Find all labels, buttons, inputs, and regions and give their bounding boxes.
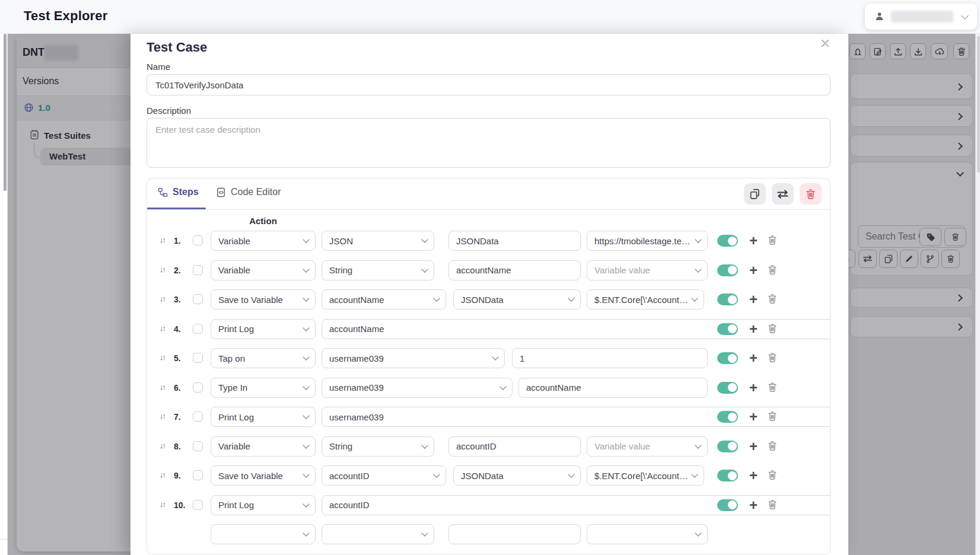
description-textarea[interactable] bbox=[147, 118, 831, 168]
action-select[interactable]: Print Log bbox=[211, 319, 316, 339]
action-select[interactable]: Print Log bbox=[211, 495, 316, 515]
step-enabled-toggle[interactable] bbox=[717, 264, 738, 276]
step-checkbox[interactable] bbox=[193, 324, 203, 334]
delete-steps-button[interactable] bbox=[800, 183, 822, 205]
step-checkbox[interactable] bbox=[193, 265, 203, 275]
step-checkbox[interactable] bbox=[193, 382, 203, 393]
variable-select[interactable]: accountID bbox=[322, 465, 446, 486]
drag-handle-icon[interactable]: ↓↑ bbox=[160, 265, 165, 274]
action-select[interactable]: Save to Variable bbox=[211, 289, 316, 310]
delete-step-icon[interactable] bbox=[768, 499, 777, 510]
step-checkbox[interactable] bbox=[193, 235, 203, 245]
drag-handle-icon[interactable]: ↓↑ bbox=[160, 412, 165, 420]
action-select[interactable]: Variable bbox=[211, 260, 316, 280]
drag-handle-icon[interactable]: ↓↑ bbox=[160, 441, 165, 450]
step-checkbox[interactable] bbox=[193, 353, 203, 363]
step-enabled-toggle[interactable] bbox=[717, 441, 738, 452]
swap-steps-button[interactable] bbox=[772, 183, 794, 205]
name-input[interactable] bbox=[147, 74, 831, 95]
user-icon bbox=[874, 11, 884, 21]
step-enabled-toggle[interactable] bbox=[717, 470, 738, 481]
step-checkbox[interactable] bbox=[193, 441, 203, 451]
variable-select[interactable]: accountName bbox=[322, 289, 446, 310]
delete-step-icon[interactable] bbox=[768, 294, 777, 304]
right-scrollbar[interactable] bbox=[975, 34, 980, 555]
variable-name-input[interactable]: JSONData bbox=[448, 231, 581, 251]
step-checkbox[interactable] bbox=[193, 500, 203, 510]
element-select[interactable]: username039 bbox=[322, 348, 505, 368]
step-row: ↓↑ 7. Print Log username039 + bbox=[147, 407, 830, 427]
variable-name-input[interactable]: accountID bbox=[448, 436, 581, 457]
delete-step-icon[interactable] bbox=[768, 441, 777, 451]
scrollbar-thumb[interactable] bbox=[4, 34, 7, 191]
step-enabled-toggle[interactable] bbox=[717, 411, 738, 423]
step-enabled-toggle[interactable] bbox=[717, 235, 738, 247]
add-step-icon[interactable]: + bbox=[746, 320, 761, 339]
value-select[interactable] bbox=[587, 524, 708, 544]
tab-code-editor[interactable]: Code Editor bbox=[216, 187, 281, 197]
variable-name-input[interactable]: accountName bbox=[448, 260, 581, 280]
action-select[interactable]: Tap on bbox=[211, 348, 316, 368]
type-select[interactable]: String bbox=[322, 436, 434, 457]
step-enabled-toggle[interactable] bbox=[717, 294, 738, 305]
variable-name-input[interactable] bbox=[448, 524, 581, 544]
tab-steps[interactable]: Steps bbox=[158, 187, 199, 197]
copy-steps-button[interactable] bbox=[744, 183, 766, 205]
drag-handle-icon[interactable]: ↓↑ bbox=[160, 353, 165, 362]
drag-handle-icon[interactable]: ↓↑ bbox=[160, 470, 165, 479]
type-select[interactable]: JSON bbox=[322, 231, 434, 251]
add-step-icon[interactable]: + bbox=[746, 290, 761, 309]
add-step-icon[interactable]: + bbox=[746, 349, 761, 368]
delete-step-icon[interactable] bbox=[768, 470, 777, 480]
source-select[interactable]: JSONData bbox=[453, 465, 581, 486]
action-select[interactable]: Variable bbox=[211, 436, 316, 457]
step-enabled-toggle[interactable] bbox=[717, 323, 738, 335]
action-select[interactable]: Print Log bbox=[211, 407, 316, 427]
step-enabled-toggle[interactable] bbox=[717, 499, 738, 511]
user-menu[interactable] bbox=[865, 4, 977, 30]
step-checkbox[interactable] bbox=[193, 470, 203, 480]
drag-handle-icon[interactable]: ↓↑ bbox=[160, 294, 165, 303]
value-select[interactable]: Variable value bbox=[587, 260, 708, 280]
action-select[interactable]: Type In bbox=[211, 378, 316, 398]
jsonpath-select[interactable]: $.ENT.Core[\'Account Na... bbox=[587, 289, 704, 310]
add-step-icon[interactable]: + bbox=[746, 261, 761, 280]
scrollbar-thumb[interactable] bbox=[977, 36, 980, 173]
add-step-icon[interactable]: + bbox=[746, 231, 761, 250]
step-checkbox[interactable] bbox=[193, 294, 203, 304]
jsonpath-select[interactable]: $.ENT.Core[\'Account ID\'] bbox=[587, 465, 704, 486]
type-select[interactable]: String bbox=[322, 260, 434, 280]
value-select[interactable]: https://tmobilestage.test... bbox=[587, 231, 708, 251]
add-step-icon[interactable]: + bbox=[746, 407, 761, 426]
add-step-icon[interactable]: + bbox=[746, 466, 761, 485]
value-input[interactable]: accountName bbox=[518, 378, 708, 398]
element-select[interactable]: username039 bbox=[322, 378, 513, 398]
code-editor-icon bbox=[216, 187, 226, 197]
action-select[interactable]: Save to Variable bbox=[211, 465, 316, 486]
value-select[interactable]: Variable value bbox=[587, 436, 708, 457]
type-select[interactable] bbox=[322, 524, 434, 544]
add-step-icon[interactable]: + bbox=[746, 378, 761, 397]
value-input[interactable]: 1 bbox=[512, 348, 708, 368]
drag-handle-icon[interactable]: ↓↑ bbox=[160, 235, 165, 244]
delete-step-icon[interactable] bbox=[768, 264, 777, 275]
action-select[interactable] bbox=[211, 524, 316, 544]
add-step-icon[interactable]: + bbox=[746, 437, 761, 456]
delete-step-icon[interactable] bbox=[768, 323, 777, 334]
drag-handle-icon[interactable]: ↓↑ bbox=[160, 324, 165, 333]
step-enabled-toggle[interactable] bbox=[717, 352, 738, 364]
delete-step-icon[interactable] bbox=[768, 382, 777, 393]
delete-step-icon[interactable] bbox=[768, 352, 777, 363]
step-checkbox[interactable] bbox=[193, 412, 203, 422]
modal-title: Test Case bbox=[147, 40, 207, 55]
action-select[interactable]: Variable bbox=[211, 231, 316, 251]
left-scrollbar[interactable] bbox=[0, 34, 8, 555]
delete-step-icon[interactable] bbox=[768, 411, 777, 422]
delete-step-icon[interactable] bbox=[768, 235, 777, 245]
add-step-icon[interactable]: + bbox=[746, 496, 761, 515]
source-select[interactable]: JSONData bbox=[453, 289, 581, 310]
close-icon[interactable]: ✕ bbox=[816, 35, 834, 53]
drag-handle-icon[interactable]: ↓↑ bbox=[160, 382, 165, 391]
step-enabled-toggle[interactable] bbox=[717, 382, 738, 394]
drag-handle-icon[interactable]: ↓↑ bbox=[160, 500, 165, 509]
